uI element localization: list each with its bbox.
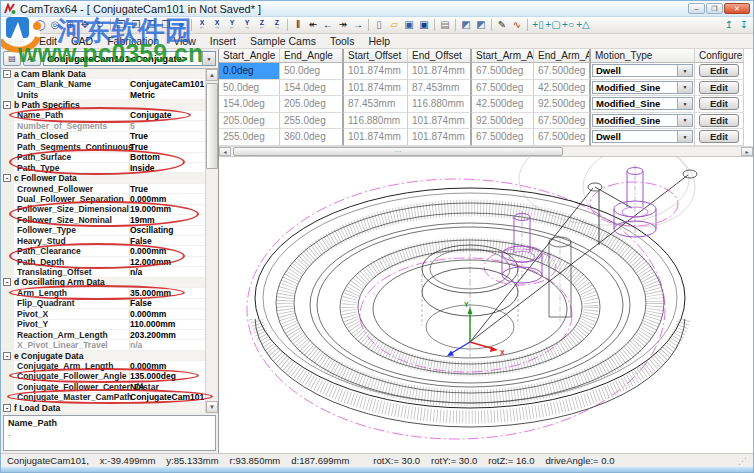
table-cell[interactable]: 67.500deg <box>472 80 534 97</box>
view-trimetric-icon[interactable]: ❐ <box>144 18 158 32</box>
property-row[interactable]: Follower_TypeOscillating <box>1 226 205 236</box>
column-header[interactable]: Configure <box>695 49 744 63</box>
table-cell[interactable]: 116.880mm <box>408 96 472 113</box>
motion-type-dropdown[interactable]: Modified_Sine▼ <box>592 81 693 94</box>
table-cell[interactable]: 87.453mm <box>408 80 472 97</box>
property-row[interactable]: Pivot_Y110.000mm <box>1 320 205 330</box>
property-row[interactable]: Reaction_Arm_Length203.200mm <box>1 330 205 340</box>
motion-type-dropdown[interactable]: Modified_Sine▼ <box>592 114 693 127</box>
collapse-icon[interactable]: - <box>3 352 11 360</box>
property-row[interactable]: Path_TypeInside <box>1 163 205 173</box>
property-row[interactable]: Follower_Size_Dimensional19.000mm <box>1 205 205 215</box>
collapse-icon[interactable]: - <box>3 70 11 78</box>
table-cell[interactable]: 101.874mm <box>408 63 472 80</box>
table-cell[interactable]: 255.0deg <box>219 129 280 146</box>
view-cube-icon[interactable]: ❐ <box>159 18 173 32</box>
scrollbar-thumb[interactable] <box>206 83 218 169</box>
table-cell[interactable]: 87.453mm <box>344 96 408 113</box>
table-cell[interactable]: 42.500deg <box>472 96 534 113</box>
table-cell[interactable]: 92.500deg <box>534 96 591 113</box>
scroll-left-icon[interactable]: ◂ <box>219 147 231 156</box>
table-cell[interactable]: 101.874mm <box>344 63 408 80</box>
scroll-up-icon[interactable]: ▲ <box>206 69 218 81</box>
category-row[interactable]: -d Oscillating Arm Data <box>1 278 205 288</box>
table-cell[interactable]: 154.0deg <box>219 96 280 113</box>
title-bar[interactable]: CamTrax64 - [ ConjugateCam101 in Not Sav… <box>1 1 753 17</box>
property-row[interactable]: Arm_Length35.000mm <box>1 288 205 298</box>
property-row[interactable]: Path_Segments_ContinuousTrue <box>1 142 205 152</box>
menu-view[interactable]: View <box>166 34 203 48</box>
add-linear-cam-icon[interactable]: +▢ <box>546 18 560 32</box>
motion-type-dropdown[interactable]: Dwell▼ <box>592 64 693 77</box>
minimize-button[interactable]: – <box>688 3 705 14</box>
table-cell[interactable]: 92.500deg <box>472 113 534 130</box>
next-segment-icon[interactable]: ↠ <box>336 18 350 32</box>
concentric-tool-icon[interactable]: ◎ <box>48 18 62 32</box>
property-row[interactable]: Translating_Offsetn/a <box>1 267 205 277</box>
table-cell[interactable]: 67.500deg <box>472 129 534 146</box>
save-all-icon[interactable]: ▣ <box>417 18 431 32</box>
view-y-neg-icon[interactable]: Y← <box>225 18 239 32</box>
property-row[interactable]: Path_ClosedTrue <box>1 132 205 142</box>
property-row[interactable]: Dual_Follower_Separation0.000mm <box>1 194 205 204</box>
menu-file[interactable]: File <box>1 34 32 48</box>
table-cell[interactable]: 0.0deg <box>219 63 280 80</box>
add-cylinder-cam-icon[interactable]: +▯ <box>531 18 545 32</box>
cam-sketch-icon[interactable]: ◠ <box>18 18 32 32</box>
motion-type-dropdown[interactable]: Dwell▼ <box>592 130 693 143</box>
edit-button[interactable]: Edit <box>699 130 739 143</box>
pause-icon[interactable]: ‖ <box>291 18 305 32</box>
circle-tool-icon[interactable]: ◯ <box>33 18 47 32</box>
center-point-icon[interactable]: ⊕ <box>63 18 77 32</box>
table-horizontal-scrollbar[interactable]: ◂ ⋯ ▸ <box>219 146 753 157</box>
column-header[interactable]: Motion_Type <box>591 49 695 63</box>
menu-cad[interactable]: CAD <box>64 34 100 48</box>
chevron-down-icon[interactable]: ▼ <box>202 52 215 65</box>
category-row[interactable]: -a Cam Blank Data <box>1 69 205 79</box>
table-cell[interactable]: 255.0deg <box>280 113 344 130</box>
last-segment-icon[interactable]: → <box>351 18 365 32</box>
prev-segment-icon[interactable]: ← <box>321 18 335 32</box>
collapse-icon[interactable]: - <box>3 404 11 412</box>
table-cell[interactable]: 205.0deg <box>280 96 344 113</box>
pointer-icon[interactable]: ➤ <box>3 18 17 32</box>
table-cell[interactable]: 50.0deg <box>280 63 344 80</box>
menu-edit[interactable]: Edit <box>32 34 64 48</box>
table-cell[interactable]: 360.0deg <box>280 129 344 146</box>
collapse-icon[interactable]: - <box>3 278 11 286</box>
first-segment-icon[interactable]: ↞ <box>306 18 320 32</box>
property-row[interactable]: Conjugate_Arm_Length0.000mm <box>1 361 205 371</box>
chevron-down-icon[interactable]: ▼ <box>677 98 692 109</box>
edit-button[interactable]: Edit <box>699 64 739 77</box>
scroll-right-icon[interactable]: ▸ <box>741 147 753 156</box>
shaded-view-icon[interactable]: ● <box>174 18 188 32</box>
alphabetical-view-button[interactable]: A↓ <box>23 51 41 66</box>
profile-curves-icon[interactable]: ∿ <box>510 18 524 32</box>
press-part-icon[interactable]: ◩ <box>459 18 473 32</box>
table-cell[interactable]: 67.500deg <box>472 63 534 80</box>
view-z-pos-icon[interactable]: Z→ <box>270 18 284 32</box>
view-x-neg-icon[interactable]: X← <box>195 18 209 32</box>
scroll-down-icon[interactable]: ▼ <box>206 401 218 413</box>
property-row[interactable]: Pivot_X0.000mm <box>1 309 205 319</box>
column-header[interactable]: Start_Angle <box>219 49 280 63</box>
menu-tools[interactable]: Tools <box>323 34 362 48</box>
table-cell[interactable]: 67.500deg <box>534 129 591 146</box>
table-cell[interactable]: 67.500deg <box>534 113 591 130</box>
motion-type-dropdown[interactable]: Modified_Sine▼ <box>592 97 693 110</box>
resize-grip[interactable]: ⋰ <box>738 456 747 466</box>
category-row[interactable]: -b Path Specifics <box>1 100 205 110</box>
cam-3d-viewport[interactable]: Y X <box>219 157 753 454</box>
edit-button[interactable]: Edit <box>699 81 739 94</box>
property-row[interactable]: Follower_Size_Nominal19mm <box>1 215 205 225</box>
property-grid-scrollbar[interactable]: ▲ ▼ <box>205 69 218 413</box>
chevron-down-icon[interactable]: ▼ <box>677 82 692 93</box>
column-header[interactable]: End_Arm_Angle <box>534 49 591 63</box>
close-button[interactable]: ✕ <box>724 3 750 14</box>
category-row[interactable]: -f Load Data <box>1 403 205 413</box>
add-disk-cam-icon[interactable]: +○ <box>561 18 575 32</box>
add-barrel-cam-icon[interactable]: +△ <box>576 18 590 32</box>
table-cell[interactable]: 154.0deg <box>280 80 344 97</box>
menu-insert[interactable]: Insert <box>203 34 243 48</box>
property-row[interactable]: Path_Depth12.000mm <box>1 257 205 267</box>
